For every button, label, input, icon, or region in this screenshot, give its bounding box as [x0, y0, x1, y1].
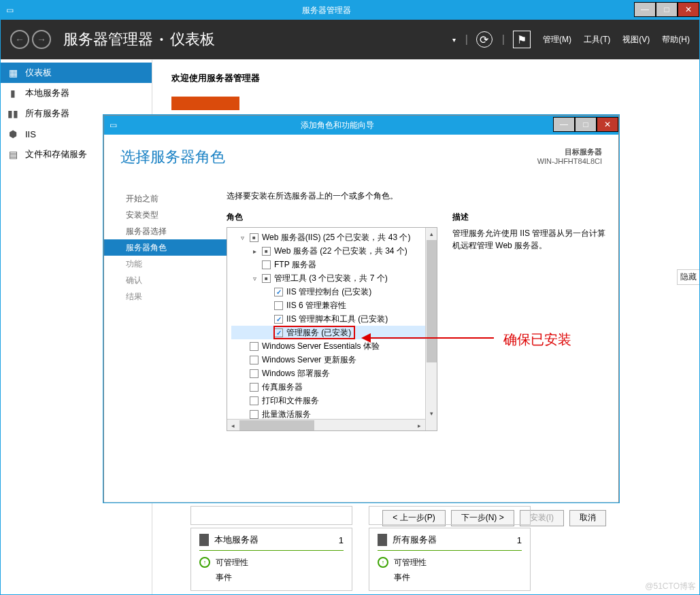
tree-item[interactable]: IIS 管理脚本和工具 (已安装) [231, 312, 437, 326]
tile-name: 本地服务器 [214, 534, 339, 546]
servers-icon [378, 534, 387, 546]
tree-item[interactable]: Windows Server 更新服务 [231, 353, 437, 367]
roles-tree[interactable]: ▿Web 服务器(IIS) (25 个已安装，共 43 个)▸Web 服务器 (… [227, 227, 437, 431]
minimize-button[interactable]: — [634, 2, 656, 17]
step-server-roles[interactable]: 服务器角色 [104, 239, 227, 256]
breadcrumb: 服务器管理器 • 仪表板 [63, 29, 215, 50]
scroll-up-icon[interactable]: ▴ [427, 228, 437, 239]
servers-icon: ▮▮ [7, 108, 18, 119]
breadcrumb-separator: • [160, 34, 163, 45]
tree-item[interactable]: ▿管理工具 (3 个已安装，共 7 个) [231, 271, 437, 285]
tile-row-label: 可管理性 [394, 557, 427, 568]
quick-start-tile[interactable] [171, 97, 239, 110]
tree-item[interactable]: Windows 部署服务 [231, 367, 437, 380]
tree-item[interactable]: ▸Web 服务器 (22 个已安装，共 34 个) [231, 244, 437, 258]
checkbox[interactable] [250, 342, 259, 351]
scroll-down-icon[interactable]: ▾ [427, 407, 437, 419]
breadcrumb-root[interactable]: 服务器管理器 [63, 29, 153, 50]
step-features[interactable]: 功能 [122, 256, 227, 272]
tile-all-servers[interactable]: 所有服务器 1 ↑ 可管理性 事件 [369, 528, 531, 591]
checkbox[interactable] [274, 301, 283, 310]
annotation-text: 确保已安装 [503, 330, 571, 349]
expand-toggle-icon[interactable]: ▸ [250, 248, 259, 255]
refresh-icon[interactable]: ⟳ [476, 31, 493, 48]
tree-item[interactable]: 传真服务器 [231, 380, 437, 394]
checkbox[interactable] [262, 247, 271, 256]
scroll-left-icon[interactable]: ◂ [227, 420, 239, 430]
target-value: WIN-JHFHT84L8CI [537, 157, 602, 165]
desc-text: 管理服务允许使用 IIS 管理器从另一台计算机远程管理 Web 服务器。 [452, 227, 606, 252]
dashboard-icon: ▦ [7, 67, 18, 78]
nav-forward-button[interactable]: → [32, 30, 51, 49]
tree-item[interactable]: IIS 6 管理兼容性 [231, 299, 437, 312]
wizard-steps: 开始之前 安装类型 服务器选择 服务器角色 功能 确认 结果 [104, 182, 227, 502]
checkbox[interactable] [274, 328, 283, 337]
tree-item[interactable]: IIS 管理控制台 (已安装) [231, 285, 437, 299]
iis-icon: ⬢ [7, 129, 18, 139]
menu-help[interactable]: 帮助(H) [662, 34, 690, 46]
tile-row-label: 事件 [394, 572, 410, 583]
checkbox[interactable] [262, 260, 271, 269]
tree-item-label: 批量激活服务 [262, 409, 311, 420]
checkbox[interactable] [262, 274, 271, 283]
sidebar-label: 所有服务器 [25, 107, 69, 120]
close-button[interactable]: ✕ [678, 2, 699, 17]
vscroll-thumb[interactable] [427, 240, 437, 362]
notifications-flag-icon[interactable]: ⚑ [513, 31, 531, 48]
checkbox[interactable] [250, 383, 259, 392]
tile-local-server[interactable]: 本地服务器 1 ↑ 可管理性 事件 [190, 528, 352, 591]
dropdown-icon[interactable]: ▾ [452, 36, 456, 44]
checkbox[interactable] [250, 369, 259, 378]
watermark: @51CTO博客 [645, 581, 696, 592]
checkbox[interactable] [250, 410, 259, 419]
wizard-dialog: ▭ 添加角色和功能向导 — □ ✕ 选择服务器角色 目标服务器 WIN-JHFH… [103, 115, 619, 503]
checkbox[interactable] [274, 315, 283, 324]
step-results[interactable]: 结果 [122, 288, 227, 305]
hscroll-thumb[interactable] [239, 420, 314, 430]
step-confirm[interactable]: 确认 [122, 272, 227, 288]
step-server-select[interactable]: 服务器选择 [122, 223, 227, 239]
checkbox[interactable] [274, 288, 283, 296]
annotation-arrow [365, 337, 494, 339]
nav-back-button[interactable]: ← [10, 30, 29, 49]
tree-item[interactable]: 打印和文件服务 [231, 394, 437, 407]
menu-manage[interactable]: 管理(M) [543, 34, 571, 46]
tree-hscrollbar[interactable]: ◂ ▸ [227, 419, 425, 430]
main-titlebar[interactable]: ▭ 服务器管理器 — □ ✕ [1, 1, 699, 20]
tree-item-label: Web 服务器(IIS) (25 个已安装，共 43 个) [262, 232, 410, 243]
expand-toggle-icon[interactable]: ▿ [250, 275, 259, 282]
step-before-begin[interactable]: 开始之前 [122, 190, 227, 207]
step-install-type[interactable]: 安装类型 [122, 207, 227, 223]
cancel-button[interactable]: 取消 [569, 510, 606, 526]
checkbox[interactable] [250, 396, 259, 405]
wizard-minimize-button[interactable]: — [553, 117, 575, 132]
tree-item[interactable]: ▿Web 服务器(IIS) (25 个已安装，共 43 个) [231, 231, 437, 244]
wizard-title: 添加角色和功能向导 [122, 120, 553, 131]
menu-tools[interactable]: 工具(T) [584, 34, 610, 46]
menu-view[interactable]: 视图(V) [622, 34, 650, 46]
breadcrumb-current: 仪表板 [170, 29, 215, 50]
tree-item[interactable]: Windows Server Essentials 体验 [231, 339, 437, 353]
tree-item[interactable]: FTP 服务器 [231, 258, 437, 271]
tree-item-label: Web 服务器 (22 个已安装，共 34 个) [274, 245, 407, 257]
checkbox[interactable] [250, 233, 259, 242]
tree-item-label: IIS 管理脚本和工具 (已安装) [286, 313, 388, 325]
tree-item-label: 打印和文件服务 [262, 395, 319, 407]
sidebar-label: 文件和存储服务 [25, 148, 87, 160]
sidebar-item-local-server[interactable]: ▮ 本地服务器 [1, 83, 152, 103]
hidden-tab[interactable]: 隐藏 [677, 269, 699, 285]
tree-item-label: Windows 部署服务 [262, 368, 330, 379]
maximize-button[interactable]: □ [656, 2, 678, 17]
sidebar-item-dashboard[interactable]: ▦ 仪表板 [1, 63, 152, 83]
checkbox[interactable] [250, 356, 259, 364]
wizard-close-button[interactable]: ✕ [597, 117, 618, 132]
wizard-maximize-button[interactable]: □ [575, 117, 597, 132]
expand-toggle-icon[interactable]: ▿ [238, 234, 246, 241]
wizard-app-icon: ▭ [104, 120, 122, 130]
server-icon: ▮ [7, 88, 18, 99]
wizard-titlebar[interactable]: ▭ 添加角色和功能向导 — □ ✕ [104, 116, 618, 135]
scroll-right-icon[interactable]: ▸ [414, 420, 425, 430]
tree-vscrollbar[interactable]: ▴ ▾ [425, 228, 437, 430]
roles-header: 角色 [227, 211, 437, 223]
tree-item-label: 管理工具 (3 个已安装，共 7 个) [274, 273, 388, 284]
